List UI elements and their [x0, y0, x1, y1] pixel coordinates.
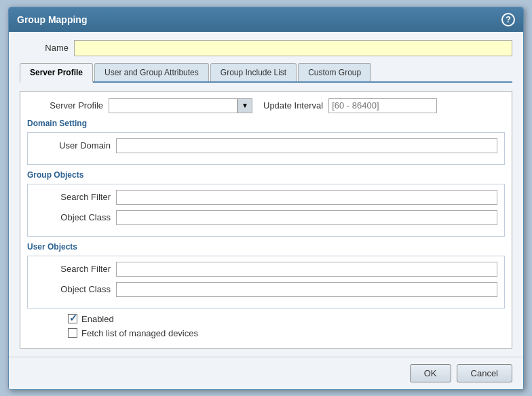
group-object-class-input[interactable]: [116, 210, 497, 225]
group-objects-header: Group Objects: [27, 170, 505, 180]
tab-user-group-attributes[interactable]: User and Group Attributes: [94, 63, 209, 81]
group-object-class-row: Object Class: [35, 210, 497, 225]
fetch-managed-checkbox[interactable]: [68, 328, 77, 338]
update-interval-input[interactable]: [328, 98, 437, 113]
dialog-footer: OK Cancel: [9, 357, 523, 389]
user-domain-row: User Domain: [35, 138, 497, 153]
user-object-class-row: Object Class: [35, 282, 497, 297]
domain-setting-header: Domain Setting: [27, 119, 505, 128]
enabled-row: Enabled: [68, 314, 505, 324]
group-search-filter-input[interactable]: [116, 190, 497, 205]
help-button[interactable]: ?: [501, 13, 515, 26]
group-objects-section: Search Filter Object Class: [27, 184, 505, 237]
name-input[interactable]: [74, 40, 512, 56]
dialog-title: Group Mapping: [17, 14, 87, 25]
tabs-bar: Server Profile User and Group Attributes…: [20, 63, 512, 83]
tab-server-profile[interactable]: Server Profile: [20, 63, 93, 83]
dialog-body: Name Server Profile User and Group Attri…: [9, 32, 523, 357]
fetch-managed-row: Fetch list of managed devices: [68, 328, 505, 338]
server-profile-label: Server Profile: [27, 100, 109, 111]
tab-content: Server Profile ▼ Update Interval Domain …: [20, 91, 512, 349]
server-profile-wrapper: ▼: [109, 98, 252, 113]
user-object-class-label: Object Class: [35, 284, 116, 294]
server-profile-input[interactable]: [109, 98, 238, 113]
user-object-class-input[interactable]: [116, 282, 497, 297]
ok-button[interactable]: OK: [410, 364, 451, 382]
user-search-filter-input[interactable]: [116, 262, 497, 277]
fetch-managed-label: Fetch list of managed devices: [81, 328, 198, 338]
tab-custom-group[interactable]: Custom Group: [298, 63, 371, 81]
group-search-filter-row: Search Filter: [35, 190, 497, 205]
group-object-class-label: Object Class: [35, 212, 116, 222]
user-search-filter-label: Search Filter: [35, 264, 116, 274]
enabled-label: Enabled: [81, 314, 114, 324]
update-interval-label: Update Interval: [263, 100, 323, 111]
user-domain-label: User Domain: [35, 140, 116, 151]
name-label: Name: [20, 43, 74, 53]
server-profile-dropdown-arrow[interactable]: ▼: [238, 98, 252, 113]
server-profile-row: Server Profile ▼ Update Interval: [27, 98, 505, 113]
group-search-filter-label: Search Filter: [35, 192, 116, 202]
group-mapping-dialog: Group Mapping ? Name Server Profile User…: [8, 7, 524, 390]
name-row: Name: [20, 40, 512, 56]
cancel-button[interactable]: Cancel: [457, 364, 512, 382]
user-domain-input[interactable]: [116, 138, 497, 153]
domain-setting-section: User Domain: [27, 132, 505, 165]
user-objects-section: Search Filter Object Class: [27, 256, 505, 309]
dialog-header: Group Mapping ?: [9, 7, 523, 32]
tab-group-include-list[interactable]: Group Include List: [210, 63, 297, 81]
user-search-filter-row: Search Filter: [35, 262, 497, 277]
enabled-checkbox[interactable]: [68, 314, 77, 323]
user-objects-header: User Objects: [27, 242, 505, 252]
